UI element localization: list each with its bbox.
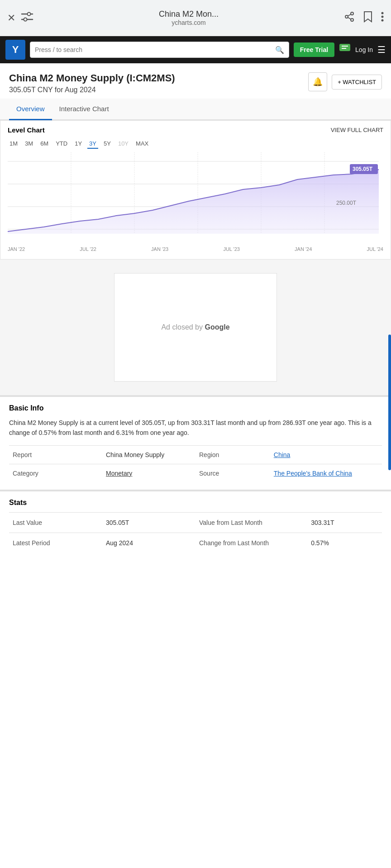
share-icon[interactable] [344, 11, 355, 24]
value-last-month-data: 303.31T [307, 512, 382, 533]
x-label-jan24: JAN '24 [295, 246, 312, 252]
svg-point-4 [351, 12, 353, 15]
value-last-month-label: Value from Last Month [196, 512, 307, 533]
svg-line-7 [348, 18, 351, 19]
chat-icon[interactable] [339, 43, 351, 56]
metric-title: China M2 Money Supply (I:CM2MS) [9, 72, 175, 84]
x-label-jul24: JUL '24 [367, 246, 383, 252]
scroll-indicator[interactable] [388, 335, 391, 470]
view-full-chart-link[interactable]: VIEW FULL CHART [331, 127, 383, 133]
bookmark-icon[interactable] [363, 11, 373, 25]
more-options-icon[interactable] [381, 12, 384, 24]
x-label-jul22: JUL '22 [80, 246, 96, 252]
login-button[interactable]: Log In [355, 46, 373, 53]
time-range-buttons: 1M 3M 6M YTD 1Y 3Y 5Y 10Y MAX [0, 137, 391, 152]
basic-info-title: Basic Info [9, 404, 382, 412]
x-label-jan23: JAN '23 [151, 246, 168, 252]
ad-closed-text: Ad closed by Google [161, 323, 229, 331]
ad-text-label: Ad closed by [161, 323, 205, 331]
change-last-month-label: Change from Last Month [196, 533, 307, 553]
filter-icon[interactable] [21, 12, 33, 24]
metric-value: 305.05T CNY for Aug 2024 [9, 86, 175, 94]
ad-container: Ad closed by Google [114, 273, 277, 382]
close-icon[interactable]: ✕ [7, 12, 15, 24]
stats-section: Stats Last Value 305.05T Value from Last… [0, 490, 391, 560]
alert-bell-button[interactable]: 🔔 [308, 72, 327, 91]
time-btn-3m[interactable]: 3M [23, 139, 35, 149]
svg-point-9 [381, 12, 384, 14]
svg-point-1 [28, 13, 31, 16]
last-value-data: 305.05T [102, 512, 196, 533]
chart-area [8, 170, 379, 234]
time-btn-ytd[interactable]: YTD [54, 139, 69, 149]
category-label: Category [9, 464, 102, 482]
time-btn-1m[interactable]: 1M [8, 139, 19, 149]
table-row: Last Value 305.05T Value from Last Month… [9, 512, 382, 533]
latest-period-data: Aug 2024 [102, 533, 196, 553]
basic-info-description: China M2 Money Supply is at a current le… [9, 418, 382, 438]
metric-header: China M2 Money Supply (I:CM2MS) 305.05T … [0, 63, 391, 99]
svg-point-11 [381, 19, 384, 22]
browser-actions [344, 11, 384, 25]
chart-current-value-label: 305.05T [353, 166, 373, 172]
browser-page-title: China M2 Mon... [39, 9, 339, 19]
time-btn-5y[interactable]: 5Y [102, 139, 113, 149]
region-label: Region [196, 445, 270, 464]
page-title-area: China M2 Mon... ycharts.com [39, 9, 339, 26]
search-input[interactable] [35, 46, 272, 53]
time-btn-10y[interactable]: 10Y [116, 139, 130, 149]
chart-svg: 305.05T 250.00T [8, 152, 379, 243]
hamburger-menu-icon[interactable]: ☰ [377, 44, 386, 55]
source-value[interactable]: The People's Bank of China [270, 464, 382, 482]
time-btn-1y[interactable]: 1Y [73, 139, 84, 149]
watchlist-button[interactable]: + WATCHLIST [332, 75, 382, 90]
source-label: Source [196, 464, 270, 482]
table-row: Category Monetary Source The People's Ba… [9, 464, 382, 482]
svg-point-5 [345, 15, 348, 18]
stats-table: Last Value 305.05T Value from Last Month… [9, 512, 382, 553]
chart-section: Level Chart VIEW FULL CHART 1M 3M 6M YTD… [0, 120, 391, 259]
stats-title: Stats [9, 499, 382, 507]
basic-info-section: Basic Info China M2 Money Supply is at a… [0, 395, 391, 490]
ad-section: Ad closed by Google [0, 259, 391, 395]
svg-point-10 [381, 16, 384, 18]
change-last-month-data: 0.57% [307, 533, 382, 553]
table-row: Report China Money Supply Region China [9, 445, 382, 464]
x-label-jan22: JAN '22 [8, 246, 25, 252]
chart-y-axis-label: 250.00T [336, 200, 357, 206]
svg-line-8 [348, 14, 351, 16]
table-row: Latest Period Aug 2024 Change from Last … [9, 533, 382, 553]
chart-header: Level Chart VIEW FULL CHART [0, 121, 391, 137]
chart-x-labels: JAN '22 JUL '22 JAN '23 JUL '23 JAN '24 … [8, 245, 383, 255]
free-trial-button[interactable]: Free Trial [294, 42, 334, 57]
tab-interactive-chart[interactable]: Interactive Chart [52, 99, 116, 120]
browser-bar: ✕ China M2 Mon... ycharts.com [0, 0, 391, 36]
last-value-label: Last Value [9, 512, 102, 533]
tabs-container: Overview Interactive Chart [0, 99, 391, 120]
time-btn-max[interactable]: MAX [134, 139, 150, 149]
search-box[interactable]: 🔍 [30, 42, 289, 58]
region-value: China [270, 445, 382, 464]
metric-info: China M2 Money Supply (I:CM2MS) 305.05T … [9, 72, 175, 94]
ad-google-label: Google [205, 323, 229, 331]
browser-url: ycharts.com [39, 19, 339, 26]
report-value: China Money Supply [102, 445, 196, 464]
chart-container: 305.05T 250.00T JAN '22 JUL '22 JAN '23 … [0, 152, 391, 259]
basic-info-table: Report China Money Supply Region China C… [9, 445, 382, 482]
x-label-jul23: JUL '23 [223, 246, 240, 252]
chart-title: Level Chart [8, 126, 45, 134]
svg-point-3 [24, 18, 27, 21]
latest-period-label: Latest Period [9, 533, 102, 553]
header-actions: 🔔 + WATCHLIST [308, 72, 382, 91]
search-icon: 🔍 [275, 46, 284, 54]
ycharts-logo[interactable]: Y [5, 40, 25, 60]
tab-overview[interactable]: Overview [9, 99, 52, 120]
nav-bar: Y 🔍 Free Trial Log In ☰ [0, 36, 391, 63]
category-value[interactable]: Monetary [102, 464, 196, 482]
svg-rect-12 [339, 44, 350, 51]
time-btn-3y[interactable]: 3Y [87, 139, 98, 149]
svg-point-6 [351, 19, 353, 21]
time-btn-6m[interactable]: 6M [38, 139, 50, 149]
report-label: Report [9, 445, 102, 464]
